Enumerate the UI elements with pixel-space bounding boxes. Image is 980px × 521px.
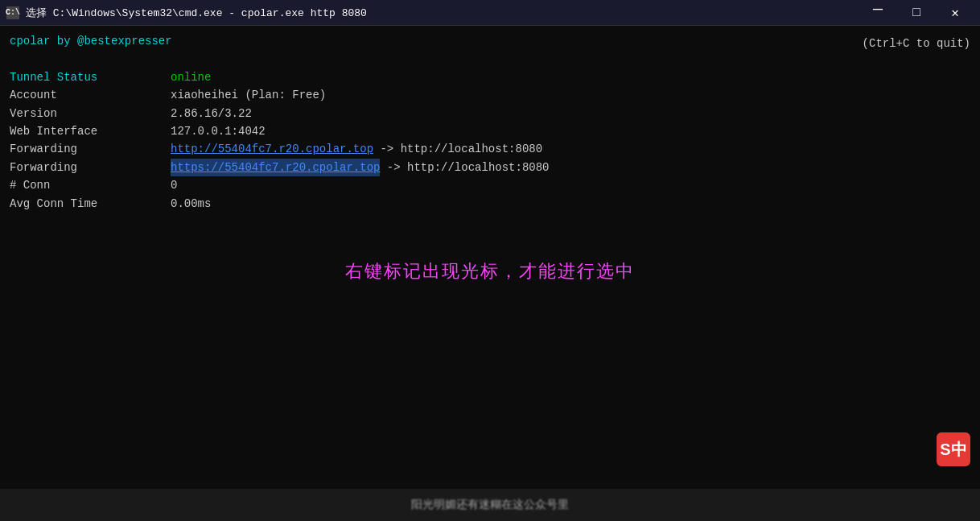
version-value: 2.86.16/3.22 bbox=[171, 105, 252, 122]
quit-hint: (Ctrl+C to quit) bbox=[863, 37, 970, 50]
cmd-icon-label: C:\ bbox=[6, 8, 20, 17]
account-value: xiaoheihei (Plan: Free) bbox=[171, 86, 326, 104]
sogou-label: S中 bbox=[940, 439, 966, 461]
forwarding-http-arrow: -> http://localhost:8080 bbox=[373, 140, 542, 158]
account-row: Account xiaoheihei (Plan: Free) bbox=[10, 86, 970, 104]
bottom-blur-text: 阳光明媚还有迷糊在这公众号里 bbox=[411, 498, 569, 512]
web-interface-row: Web Interface 127.0.0.1:4042 bbox=[10, 122, 970, 140]
titlebar-left: C:\ 选择 C:\Windows\System32\cmd.exe - cpo… bbox=[6, 6, 367, 20]
titlebar-controls: — □ ✕ bbox=[859, 0, 974, 26]
empty-line-1 bbox=[10, 50, 970, 68]
close-button[interactable]: ✕ bbox=[937, 0, 974, 26]
sogou-icon: S中 bbox=[937, 432, 970, 466]
web-interface-value: 127.0.0.1:4042 bbox=[171, 122, 266, 140]
conn-value: 0 bbox=[171, 176, 177, 194]
forwarding-http-row: Forwarding http://55404fc7.r20.cpolar.to… bbox=[10, 140, 970, 158]
brand-text: cpolar by @bestexpresser bbox=[10, 32, 172, 50]
cmd-icon: C:\ bbox=[6, 6, 19, 19]
conn-label: # Conn bbox=[10, 176, 171, 194]
tunnel-status-row: Tunnel Status online bbox=[10, 68, 970, 86]
version-row: Version 2.86.16/3.22 bbox=[10, 105, 970, 122]
forwarding-http-label: Forwarding bbox=[10, 140, 171, 158]
forwarding-https-arrow: -> http://localhost:8080 bbox=[380, 159, 549, 176]
avg-conn-value: 0.00ms bbox=[171, 195, 211, 213]
forwarding-https-link[interactable]: https://55404fc7.r20.cpolar.top bbox=[171, 159, 380, 176]
center-message: 右键标记出现光标，才能进行选中 bbox=[0, 259, 980, 283]
account-label: Account bbox=[10, 86, 171, 104]
titlebar: C:\ 选择 C:\Windows\System32\cmd.exe - cpo… bbox=[0, 0, 980, 26]
version-label: Version bbox=[10, 105, 171, 122]
forwarding-http-link[interactable]: http://55404fc7.r20.cpolar.top bbox=[171, 140, 373, 158]
maximize-button[interactable]: □ bbox=[898, 0, 935, 26]
tunnel-status-value: online bbox=[171, 68, 211, 86]
terminal-body[interactable]: (Ctrl+C to quit) cpolar by @bestexpresse… bbox=[0, 26, 980, 521]
web-interface-label: Web Interface bbox=[10, 122, 171, 140]
brand-line: cpolar by @bestexpresser bbox=[10, 32, 970, 50]
minimize-icon: — bbox=[873, 2, 883, 18]
conn-row: # Conn 0 bbox=[10, 176, 970, 194]
forwarding-https-row: Forwarding https://55404fc7.r20.cpolar.t… bbox=[10, 159, 970, 176]
maximize-icon: □ bbox=[912, 6, 920, 20]
forwarding-https-label: Forwarding bbox=[10, 159, 171, 176]
avg-conn-label: Avg Conn Time bbox=[10, 195, 171, 213]
bottom-blur-bar: 阳光明媚还有迷糊在这公众号里 bbox=[0, 489, 980, 521]
minimize-button[interactable]: — bbox=[859, 0, 896, 26]
avg-conn-row: Avg Conn Time 0.00ms bbox=[10, 195, 970, 213]
close-icon: ✕ bbox=[951, 5, 959, 21]
titlebar-title: 选择 C:\Windows\System32\cmd.exe - cpolar.… bbox=[26, 6, 367, 20]
tunnel-status-label: Tunnel Status bbox=[10, 68, 171, 86]
